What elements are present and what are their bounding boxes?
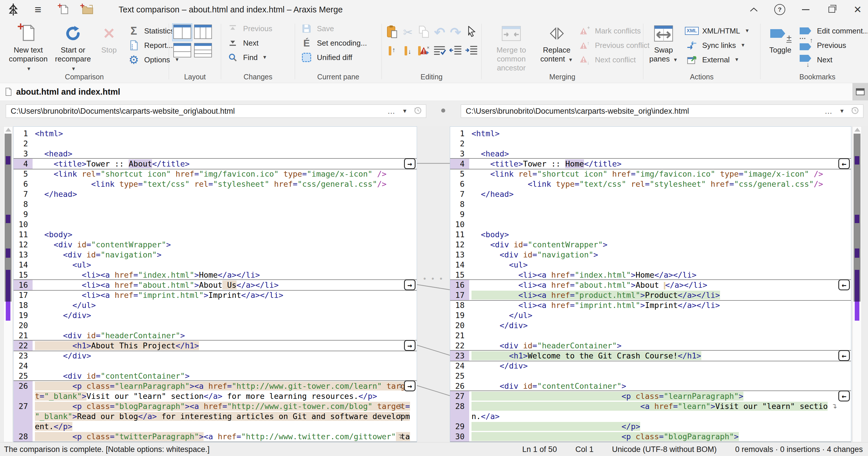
code-line[interactable]: 27 <p class="blogParagraph"><a href="htt… <box>13 401 417 411</box>
code-line[interactable]: 16 <li><a href="about.html">About </a></… <box>450 280 851 290</box>
copy-to-left-button[interactable]: ← <box>838 158 850 169</box>
code-line[interactable]: 23 </div> <box>13 351 417 361</box>
previous-bookmark-button[interactable]: ↑ Previous <box>800 39 868 52</box>
restore-button[interactable] <box>825 3 838 16</box>
code-line[interactable]: 24 <box>13 361 417 371</box>
copy-to-left-button[interactable]: ← <box>838 279 850 290</box>
path-dropdown-icon[interactable]: ▼ <box>839 108 845 114</box>
copy-to-left-button[interactable]: ← <box>838 350 850 361</box>
pane-layout-button[interactable] <box>852 83 868 101</box>
code-line[interactable]: 8 <box>13 199 417 209</box>
code-line[interactable]: 6 <link type="text/css" rel="stylesheet"… <box>450 179 851 189</box>
code-line[interactable]: 22 <div id="headerContainer"> <box>450 341 851 351</box>
code-line[interactable]: 17 <li><a href="product.html">Product</a… <box>450 290 851 300</box>
start-or-recompare-button[interactable]: Start or recompare ▼ <box>51 21 95 73</box>
code-line[interactable]: 23 <h1>Welcome to the Git Crash Course!<… <box>450 351 851 361</box>
sync-links-button[interactable]: Sync links ▼ <box>685 39 749 52</box>
code-line[interactable]: 30 <p class="blogParagraph"> <box>450 431 851 441</box>
code-line[interactable]: 9 <box>13 209 417 219</box>
code-line[interactable]: 22 <h1>About This Project</h1>→ <box>13 341 417 351</box>
layout-two-pane-horizontal-button[interactable] <box>173 43 191 59</box>
code-line[interactable]: 15 <li><a href="index.html">Home</a></li… <box>450 270 851 280</box>
copy-to-right-button[interactable]: → <box>404 158 415 169</box>
code-line[interactable]: 8 <box>450 199 851 209</box>
code-line[interactable]: 1<html> <box>450 129 851 139</box>
code-line[interactable]: 14 <ul> <box>13 260 417 270</box>
toggle-bookmark-button[interactable]: ± Toggle <box>765 21 796 55</box>
external-button[interactable]: External ▼ <box>685 53 749 66</box>
set-encoding-button[interactable]: É Set encoding... <box>300 36 381 50</box>
code-line[interactable]: n.</a> <box>450 411 851 421</box>
copy-to-left-button[interactable]: ← <box>838 391 850 401</box>
code-line[interactable]: 17 <li><a href="imprint.html">Imprint</a… <box>13 290 417 300</box>
scroll-up-icon[interactable] <box>855 128 860 132</box>
code-line[interactable]: 18 <li><a href="imprint.html">Imprint</a… <box>450 300 851 310</box>
paste-icon[interactable] <box>386 25 398 39</box>
left-pane[interactable]: 1<html>23 <head>4 <title>Tower :: About<… <box>13 126 417 442</box>
minimize-button[interactable] <box>799 3 812 16</box>
unified-diff-button[interactable]: Unified diff <box>300 51 381 64</box>
copy-to-right-button[interactable]: → <box>404 279 415 290</box>
menu-icon[interactable]: ≡ <box>35 3 41 16</box>
code-line[interactable]: 11 <body> <box>13 229 417 239</box>
new-text-comparison-icon[interactable]: + <box>60 4 69 15</box>
left-file-path-input[interactable]: C:\Users\brunobrito\Documents\carparts-w… <box>6 105 426 118</box>
right-overview-scrollbar[interactable] <box>852 126 862 442</box>
code-line[interactable]: 19 </div> <box>13 310 417 320</box>
edit-comment-button[interactable]: … Edit comment... <box>800 24 868 37</box>
code-line[interactable]: 21 <box>450 331 851 341</box>
code-line[interactable]: 7 </head> <box>450 189 851 199</box>
code-line[interactable]: 4 <title>Tower :: About</title>→ <box>13 159 417 169</box>
code-line[interactable]: 4 <title>Tower :: Home</title>← <box>450 159 851 169</box>
code-line[interactable]: 28 <p class="twitterParagraph"><a href="… <box>13 431 417 441</box>
scroll-up-icon[interactable] <box>5 128 11 132</box>
layout-three-pane-vertical-button[interactable] <box>194 25 212 40</box>
code-line[interactable]: "_blank">Read our blog</a> for interesti… <box>13 411 417 421</box>
browse-left-button[interactable]: … <box>387 107 396 116</box>
collapse-ribbon-icon[interactable] <box>747 3 760 16</box>
indent-icon[interactable] <box>465 45 478 57</box>
new-folder-comparison-icon[interactable]: + <box>82 5 93 15</box>
right-pane[interactable]: 1<html>23 <head>4 <title>Tower :: Home</… <box>450 126 851 442</box>
new-text-comparison-button[interactable]: + New text comparison ▼ <box>5 21 51 73</box>
unindent-icon[interactable] <box>449 45 462 57</box>
code-line[interactable]: ent.</p> <box>13 421 417 431</box>
browse-right-button[interactable]: … <box>825 107 833 116</box>
code-line[interactable]: 12 <div id="contentWrapper"> <box>450 239 851 250</box>
next-bookmark-button[interactable]: ↓ Next <box>800 53 868 66</box>
code-line[interactable]: 20 <box>13 320 417 331</box>
code-line[interactable]: 14 <ul> <box>450 260 851 270</box>
code-line[interactable]: 24 </div> <box>450 361 851 371</box>
code-line[interactable]: 5 <link rel="shortcut icon" href="img/fa… <box>450 169 851 179</box>
code-line[interactable]: 25 <div id="contentContainer"> <box>13 371 417 381</box>
code-line[interactable]: 29 </p> <box>450 421 851 431</box>
remove-conflict-icon[interactable]: ✕ <box>418 46 429 55</box>
tab-comparison[interactable]: about.html and index.html <box>16 87 120 97</box>
code-line[interactable]: 2 <box>450 139 851 149</box>
code-line[interactable]: 21 <div id="headerContainer"> <box>13 331 417 341</box>
insert-after-icon[interactable]: ↓ <box>405 46 411 55</box>
code-line[interactable]: 5 <link rel="shortcut icon" href="img/fa… <box>13 169 417 179</box>
code-line[interactable]: 10 <box>13 219 417 229</box>
code-line[interactable]: t="_blank">Visit our "learn" section</a>… <box>13 391 417 401</box>
xml-html-button[interactable]: XML XML/HTML ▼ <box>685 24 749 37</box>
insert-before-icon[interactable]: ↑ <box>389 46 395 55</box>
code-line[interactable]: 7 </head> <box>13 189 417 199</box>
code-line[interactable]: 16 <li><a href="about.html">About Us</a>… <box>13 280 417 290</box>
code-line[interactable]: 11 <body> <box>450 229 851 239</box>
history-icon[interactable] <box>414 107 422 116</box>
swap-panes-button[interactable]: Swap panes ▼ <box>646 21 681 64</box>
code-line[interactable]: 25 <box>450 371 851 381</box>
code-line[interactable]: 3 <head> <box>450 149 851 159</box>
code-line[interactable]: 26 <div id="contentContainer"> <box>450 381 851 391</box>
left-overview-scrollbar[interactable] <box>3 126 13 442</box>
copy-to-right-button[interactable]: → <box>404 340 415 351</box>
code-line[interactable]: 19 </ul> <box>450 310 851 320</box>
code-line[interactable]: 13 <div id="navigation"> <box>450 250 851 260</box>
help-icon[interactable]: ? <box>773 3 786 16</box>
code-line[interactable]: 27 <p class="learnParagraph">← <box>450 391 851 401</box>
code-line[interactable]: 18 </ul> <box>13 300 417 310</box>
close-button[interactable]: ✕ <box>851 3 864 16</box>
find-button[interactable]: Find ▼ <box>226 51 295 64</box>
path-dropdown-icon[interactable]: ▼ <box>402 108 407 114</box>
